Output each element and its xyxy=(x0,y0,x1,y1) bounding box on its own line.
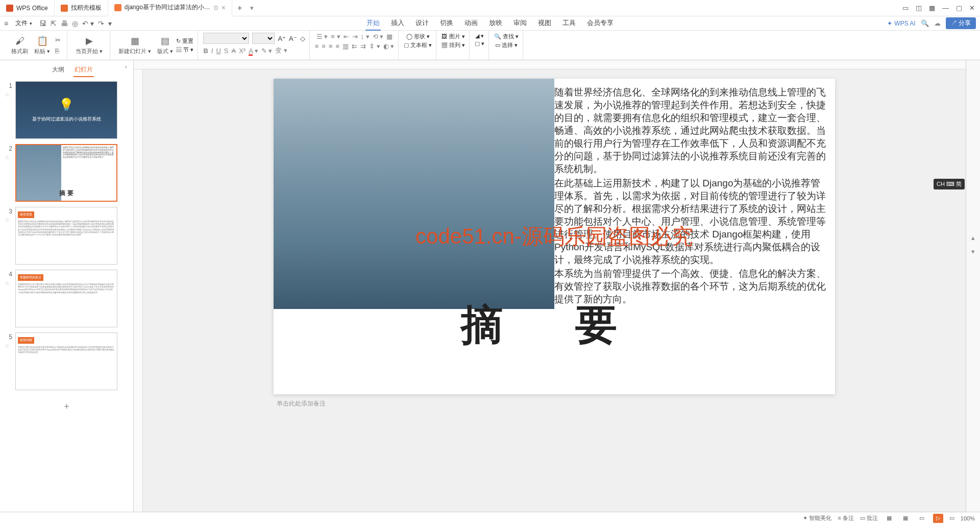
sidebar-down-icon[interactable]: ▾ xyxy=(971,248,975,255)
paste-button[interactable]: 📋 粘贴 ▾ xyxy=(31,34,53,56)
sidebar-up-icon[interactable]: ▴ xyxy=(971,234,975,242)
add-slide-button[interactable]: + xyxy=(2,395,131,418)
highlight-icon[interactable]: ✎ ▾ xyxy=(261,47,273,55)
line-spacing-icon[interactable]: ↕ ▾ xyxy=(361,33,370,40)
tab-wps-office[interactable]: WPS Office xyxy=(0,0,55,16)
slide-canvas[interactable]: 随着世界经济信息化、全球网络化的到来推动信息线上管理的飞速发展，为小说推荐的管理… xyxy=(274,79,835,394)
spacing-icon[interactable]: ⇕ ▾ xyxy=(369,42,380,50)
underline-icon[interactable]: U xyxy=(216,47,220,55)
slide-thumbnail-3[interactable]: 研究背景 随着世界经济信息化全球网络化的到来推动信息线上管理的飞速发展为小说推荐… xyxy=(15,207,117,265)
tab-template[interactable]: 找稻壳模板 xyxy=(55,0,108,16)
collapse-icon[interactable]: ‹ xyxy=(125,63,127,70)
app-icon[interactable]: ▦ xyxy=(929,4,935,12)
share-button[interactable]: ↗ 分享 xyxy=(946,17,976,29)
menu-hamburger-icon[interactable]: ≡ xyxy=(4,19,8,28)
superscript-icon[interactable]: X² xyxy=(239,47,246,55)
select-button[interactable]: ▭ 选择 ▾ xyxy=(495,41,518,49)
export-icon[interactable]: ⇱ xyxy=(51,19,57,28)
star-icon[interactable]: ☆ xyxy=(5,343,10,349)
ime-badge[interactable]: CH ⌨ 简 xyxy=(934,179,965,189)
maximize-icon[interactable]: ▢ xyxy=(956,4,962,12)
align-right-icon[interactable]: ≡ xyxy=(329,42,333,50)
align-text-icon[interactable]: ▦ xyxy=(386,33,393,40)
strikethrough-icon[interactable]: A xyxy=(231,47,236,55)
menu-tab-insert[interactable]: 插入 xyxy=(390,16,405,31)
slide-thumbnail-4[interactable]: 本题研究的意义 本题研究的意义在于通过基于协同过滤算法构建小说推荐系统能够有效提… xyxy=(15,270,117,327)
save-icon[interactable]: 🖫 xyxy=(39,19,46,28)
section-button[interactable]: ▤ 节 ▾ xyxy=(176,46,193,54)
panel-tab-slides[interactable]: 幻灯片 xyxy=(74,63,94,77)
cloud-icon[interactable]: ☁ xyxy=(934,19,941,27)
clear-format-icon[interactable]: ◇ xyxy=(300,35,305,42)
wps-ai-button[interactable]: ✦ WPS AI xyxy=(887,20,915,27)
convert-icon[interactable]: ◐ ▾ xyxy=(383,42,395,50)
align-center-icon[interactable]: ≡ xyxy=(322,42,326,50)
layout-button[interactable]: ▤ 版式 ▾ xyxy=(154,34,176,56)
panel-tab-outline[interactable]: 大纲 xyxy=(51,63,65,77)
tab-dropdown-icon[interactable]: ▾ xyxy=(247,4,257,12)
print-icon[interactable]: 🖶 xyxy=(61,19,68,28)
undo-icon[interactable]: ↶ ▾ xyxy=(82,19,94,28)
decrease-indent-icon[interactable]: ⇤ xyxy=(344,33,349,40)
window-restore-icon[interactable]: ▭ xyxy=(902,4,909,12)
shape-button[interactable]: ◯ 形状 ▾ xyxy=(406,33,430,40)
preview-icon[interactable]: ◎ xyxy=(72,19,78,28)
bold-icon[interactable]: B xyxy=(203,47,208,55)
cut-icon[interactable]: ✂ xyxy=(55,36,61,44)
align-left-icon[interactable]: ≡ xyxy=(315,42,319,50)
add-tab-button[interactable]: + xyxy=(232,4,247,13)
slide-title[interactable]: 摘 要 xyxy=(274,297,835,353)
new-slide-button[interactable]: ▦ 新建幻灯片 ▾ xyxy=(115,34,154,56)
menu-tab-animation[interactable]: 动画 xyxy=(463,16,479,31)
text-direction-icon[interactable]: ⟲ ▾ xyxy=(373,33,384,40)
notes-button[interactable]: ≡ 备注 xyxy=(838,514,853,522)
view-slideshow-icon[interactable]: ▷ xyxy=(933,514,943,523)
increase-indent-icon[interactable]: ⇥ xyxy=(352,33,358,40)
menu-tab-slideshow[interactable]: 放映 xyxy=(488,16,503,31)
copy-icon[interactable]: ⎘ xyxy=(55,47,61,55)
minimize-icon[interactable]: — xyxy=(942,4,949,12)
textbox-button[interactable]: ▢ 文本框 ▾ xyxy=(404,41,432,49)
indent-right-icon[interactable]: ⇉ xyxy=(360,42,366,50)
close-window-icon[interactable]: ✕ xyxy=(969,4,975,12)
slide-thumbnail-1[interactable]: 💡 基于协同过滤算法的小说推荐系统 xyxy=(15,81,117,139)
menu-tab-design[interactable]: 设计 xyxy=(414,16,430,31)
view-reading-icon[interactable]: ▭ xyxy=(917,514,927,523)
outline-color-button[interactable]: ▢ ▾ xyxy=(475,40,484,47)
arrange-button[interactable]: ▦ 排列 ▾ xyxy=(442,41,464,49)
align-justify-icon[interactable]: ≡ xyxy=(336,42,340,50)
zoom-out-icon[interactable]: ▭ xyxy=(949,515,954,521)
italic-icon[interactable]: I xyxy=(211,47,213,55)
start-from-button[interactable]: ▶ 当页开始 ▾ xyxy=(72,34,106,56)
format-brush-button[interactable]: 🖌 格式刷 xyxy=(8,35,31,56)
close-icon[interactable]: × xyxy=(222,4,226,12)
cube-icon[interactable]: ◫ xyxy=(916,4,922,12)
star-icon[interactable]: ☆ xyxy=(5,154,10,161)
font-family-select[interactable] xyxy=(203,33,249,44)
more-icon[interactable]: ▾ xyxy=(108,19,112,28)
menu-tab-transition[interactable]: 切换 xyxy=(439,16,454,31)
bullets-icon[interactable]: ☰ ▾ xyxy=(316,33,328,40)
beautify-button[interactable]: ✦ 智能美化 xyxy=(803,514,831,522)
menu-tab-view[interactable]: 视图 xyxy=(537,16,552,31)
find-button[interactable]: 🔍 查找 ▾ xyxy=(494,33,519,40)
font-size-select[interactable] xyxy=(252,33,275,44)
slide-thumbnail-5[interactable]: 研究内容 本研究主要内容包括系统需求分析系统设计与实现以及系统测试等方面首先对小… xyxy=(15,332,117,390)
indent-left-icon[interactable]: ⇇ xyxy=(352,42,357,50)
menu-tab-tools[interactable]: 工具 xyxy=(561,16,577,31)
font-color-icon[interactable]: A ▾ xyxy=(249,47,258,55)
decrease-font-icon[interactable]: A⁻ xyxy=(289,35,297,42)
view-sorter-icon[interactable]: ▦ xyxy=(900,514,911,523)
view-normal-icon[interactable]: ▦ xyxy=(884,514,894,523)
tab-document[interactable]: django基于协同过滤算法的小… ⊙ × xyxy=(108,0,232,16)
slide-body-text[interactable]: 随着世界经济信息化、全球网络化的到来推动信息线上管理的飞速发展，为小说推荐的管理… xyxy=(554,86,826,306)
star-icon[interactable]: ☆ xyxy=(5,91,10,98)
redo-icon[interactable]: ↷ xyxy=(98,19,104,28)
star-icon[interactable]: ☆ xyxy=(5,280,10,287)
comments-button[interactable]: ▭ 批注 xyxy=(860,514,878,522)
reset-button[interactable]: ↻ 重置 xyxy=(176,37,193,45)
star-icon[interactable]: ☆ xyxy=(5,217,10,224)
increase-font-icon[interactable]: A⁺ xyxy=(278,35,286,42)
columns-icon[interactable]: ▥ xyxy=(342,42,349,50)
picture-button[interactable]: 🖼 图片 ▾ xyxy=(442,33,464,40)
